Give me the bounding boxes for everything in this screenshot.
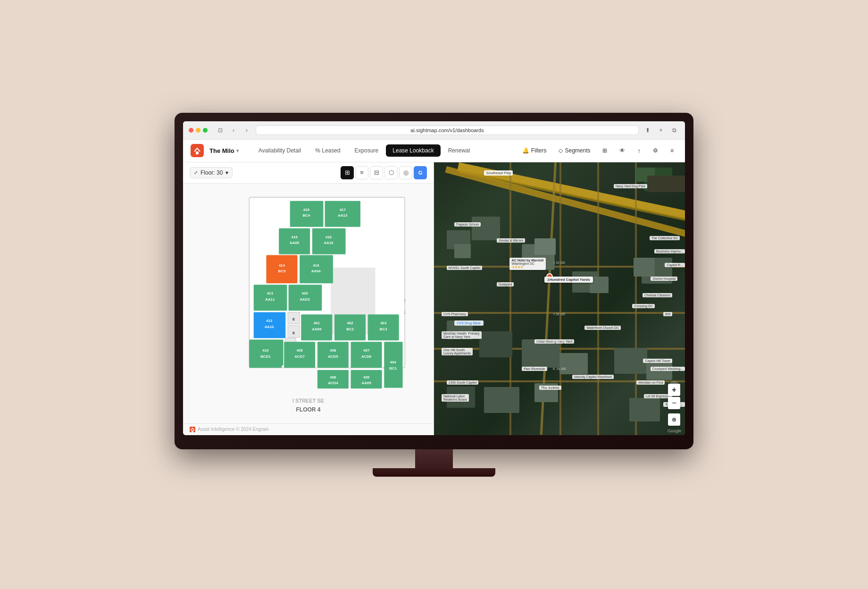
list-view-button[interactable]: ≡ (355, 166, 368, 179)
svg-text:BC1: BC1 (389, 366, 397, 370)
tab-exposure[interactable]: Exposure (348, 144, 385, 157)
app-container: The Milo ▾ Availability Detail % Leased … (183, 140, 685, 435)
label-urban-boxing: Urban Boxing Navy Yard (534, 339, 574, 344)
globe-view-button[interactable]: ◎ (399, 166, 412, 179)
chevron-down-icon: ▾ (236, 148, 239, 153)
hamburger-icon: ≡ (670, 147, 674, 154)
label-collective: The Collective DC (650, 236, 680, 240)
footer-text: Asset Intelligence © 2024 Engrain (198, 427, 269, 432)
floorplan-svg-container: 416 BC4 417 AA13 (205, 194, 412, 395)
svg-text:409: 409 (296, 349, 303, 353)
close-button[interactable] (189, 128, 193, 133)
floorplan-svg: 416 BC4 417 AA13 (205, 194, 412, 394)
forward-button[interactable]: › (242, 125, 252, 135)
monitor-screen: ⊡ ‹ › ai.sightmap.com/v1/dashboards ⬆ + … (183, 121, 685, 435)
svg-text:BC3: BC3 (379, 327, 387, 331)
tab-lease-lookback[interactable]: Lease Lookback (386, 144, 440, 157)
label-1hundred: 1Hundred Capitol Yards (544, 277, 593, 283)
tab-availability-detail[interactable]: Availability Detail (252, 144, 308, 157)
label-waterfront-church: Waterfront Church DC (584, 326, 621, 330)
filters-button[interactable]: 🔔 Filters (518, 145, 551, 156)
svg-text:BC5: BC5 (278, 269, 285, 273)
back-button[interactable]: ‹ (228, 125, 239, 135)
svg-text:404: 404 (390, 361, 396, 365)
sidebar-toggle-icon[interactable]: ⊡ (215, 125, 225, 135)
minimize-button[interactable] (196, 128, 200, 133)
label-capitol-tower: Capitol Hill Tower (643, 359, 672, 363)
monitor-wrapper: ⊡ ‹ › ai.sightmap.com/v1/dashboards ⬆ + … (175, 113, 693, 477)
settings-button[interactable]: ⚙ (649, 145, 662, 156)
map-panel: Southeast Fwy Navy Yard Dog Park Trapeze… (434, 162, 685, 435)
svg-text:406: 406 (330, 375, 336, 379)
svg-text:E: E (292, 331, 294, 335)
monitor-stand-base (373, 468, 495, 477)
svg-text:AA06: AA06 (312, 327, 322, 331)
satellite-map[interactable]: Southeast Fwy Navy Yard Dog Park Trapeze… (434, 162, 685, 435)
floor-selector[interactable]: ⤢ Floor: 30 ▾ (190, 167, 233, 178)
engrain-logo-icon (190, 427, 195, 432)
svg-text:AA11: AA11 (265, 297, 275, 302)
filters-icon: 🔔 (522, 147, 529, 154)
table-view-button[interactable]: ⊟ (370, 166, 383, 179)
label-velocity: Velocity Capitol Riverfront (572, 375, 614, 379)
floor-chevron-icon: ▾ (225, 169, 228, 176)
main-content: ⤢ Floor: 30 ▾ ⊞ ≡ ⊟ ⬡ ◎ G (183, 162, 685, 435)
floorplan-area: 416 BC4 417 AA13 (183, 184, 434, 423)
svg-text:ACD6: ACD6 (361, 354, 371, 359)
svg-text:418: 418 (325, 235, 332, 239)
svg-rect-49 (192, 430, 193, 432)
share-icon[interactable]: ⬆ (643, 125, 653, 135)
diamond-icon: ◇ (559, 147, 563, 154)
menu-button[interactable]: ≡ (667, 145, 677, 156)
url-bar[interactable]: ai.sightmap.com/v1/dashboards (256, 126, 639, 135)
new-tab-icon[interactable]: + (656, 125, 666, 135)
label-1000-capitol: 1000 South Capitol (447, 380, 479, 385)
svg-text:↑: ↑ (403, 297, 407, 305)
compare-icon-button[interactable]: ⊞ (599, 145, 611, 156)
svg-text:413: 413 (267, 292, 273, 296)
google-view-button[interactable]: G (414, 166, 427, 179)
view-toggle: ⊞ ≡ ⊟ ⬡ ◎ G (341, 166, 427, 179)
label-meridian: Meridian on First (636, 380, 665, 385)
svg-text:E: E (292, 318, 294, 322)
svg-text:AA05: AA05 (290, 241, 300, 245)
label-cvs-blue: CVS Drug Store (454, 320, 484, 326)
svg-text:AA04: AA04 (311, 269, 321, 273)
label-capitol-r: Capitol R... (665, 263, 685, 267)
upload-icon: ↑ (637, 147, 641, 154)
view-icon-button[interactable]: 👁 (616, 145, 629, 156)
grid-view-button[interactable]: ⊞ (341, 166, 354, 179)
zoom-out-button[interactable]: − (668, 397, 680, 409)
eye-icon: 👁 (619, 147, 625, 154)
label-trapeze: Trapeze School (454, 222, 481, 227)
svg-text:420: 420 (301, 292, 308, 296)
svg-text:417: 417 (339, 208, 346, 212)
floor-label: Floor: 30 (200, 169, 223, 176)
label-parc: Parc Riverside (522, 367, 547, 371)
fullscreen-button[interactable] (203, 128, 208, 133)
svg-text:BC4: BC4 (302, 214, 310, 218)
label-ac-hotel[interactable]: AC Hotel by Marriott Washington DC ★★★★ (509, 258, 546, 270)
svg-text:AAD3: AAD3 (300, 297, 310, 302)
monitor-stand-neck (415, 449, 453, 468)
segments-button[interactable]: ◇ Segments (555, 145, 594, 156)
label-cvs: CVS Pharmacy (442, 312, 468, 316)
share-button[interactable]: ↑ (634, 145, 644, 156)
3d-view-button[interactable]: ⬡ (384, 166, 398, 179)
svg-text:412: 412 (266, 319, 273, 323)
floor-number: FLOOR 4 (296, 406, 320, 413)
svg-text:402: 402 (347, 321, 353, 325)
label-courtyard: Courtyard Washing... (651, 367, 685, 371)
unit-404[interactable] (384, 342, 402, 388)
app-logo (191, 144, 204, 157)
tab-leased[interactable]: % Leased (309, 144, 347, 157)
label-one-hill: One Hill South Luxury Apartments (442, 348, 473, 355)
property-selector[interactable]: The Milo ▾ (209, 147, 239, 154)
locate-me-button[interactable]: ⊕ (668, 413, 680, 426)
tab-renewal[interactable]: Renewal (442, 144, 477, 157)
nav-tabs: Availability Detail % Leased Exposure Le… (252, 144, 513, 157)
duplicate-icon[interactable]: ⧉ (669, 125, 679, 135)
svg-text:410: 410 (262, 349, 269, 353)
svg-rect-0 (196, 151, 199, 154)
browser-actions: ⬆ + ⧉ (643, 125, 679, 135)
